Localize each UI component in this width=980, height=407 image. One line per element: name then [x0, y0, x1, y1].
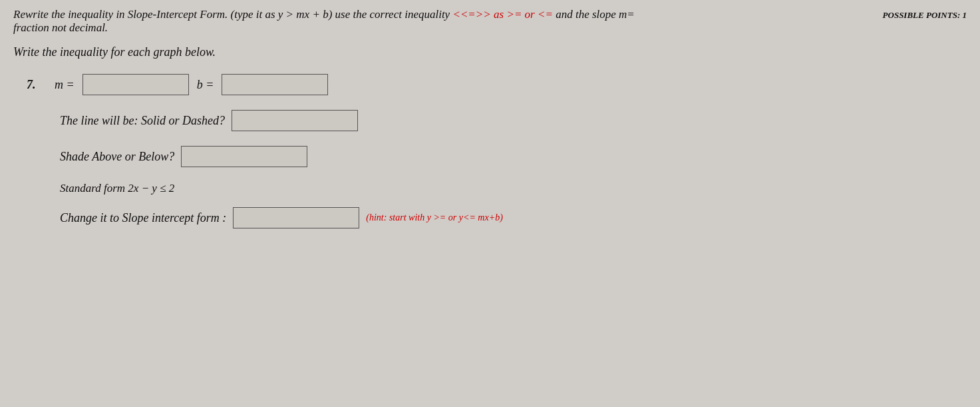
- write-instruction: Write the inequality for each graph belo…: [13, 45, 967, 59]
- standard-form-label: Standard form: [60, 182, 128, 195]
- fraction-line: fraction not decimal.: [13, 21, 967, 35]
- hint-text: (hint: start with y >= or y<= mx+b): [366, 212, 503, 223]
- slope-intercept-row: Change it to Slope intercept form : (hin…: [27, 207, 967, 228]
- b-input-field[interactable]: [222, 75, 327, 95]
- as-text: as: [494, 8, 504, 21]
- solid-dashed-input-field[interactable]: [232, 111, 357, 131]
- header-row: Rewrite the inequality in Slope-Intercep…: [13, 8, 967, 21]
- solid-dashed-input[interactable]: [232, 110, 358, 131]
- solid-dashed-label: The line will be: Solid or Dashed?: [60, 114, 225, 128]
- instruction-text-1: Rewrite the inequality in Slope-Intercep…: [13, 8, 452, 21]
- solid-dashed-row: The line will be: Solid or Dashed?: [27, 110, 967, 131]
- shade-row: Shade Above or Below?: [27, 146, 967, 167]
- shade-label: Shade Above or Below?: [60, 150, 174, 164]
- page-container: Rewrite the inequality in Slope-Intercep…: [0, 0, 980, 407]
- standard-form-math: 2x − y ≤ 2: [128, 182, 174, 195]
- question-number: 7.: [27, 78, 47, 92]
- main-instruction: Rewrite the inequality in Slope-Intercep…: [13, 8, 870, 21]
- m-label: m =: [55, 78, 75, 92]
- slope-intercept-label: Change it to Slope intercept form :: [60, 211, 226, 225]
- slope-intercept-input[interactable]: [233, 207, 359, 228]
- m-input[interactable]: [82, 74, 189, 95]
- or-text: >= or <=: [506, 8, 553, 21]
- slope-intercept-input-field[interactable]: [234, 208, 359, 228]
- shade-input-field[interactable]: [182, 147, 307, 167]
- b-input[interactable]: [222, 74, 328, 95]
- question-7-row: 7. m = b =: [27, 74, 967, 95]
- possible-points: POSSIBLE POINTS: 1: [883, 10, 967, 21]
- question-section: 7. m = b = The line will be: Solid or Da…: [13, 74, 967, 228]
- b-label: b =: [197, 78, 214, 92]
- standard-form-row: Standard form 2x − y ≤ 2: [27, 182, 967, 195]
- inequality-symbols: <<=>>: [452, 8, 490, 21]
- m-input-field[interactable]: [83, 75, 188, 95]
- shade-input[interactable]: [181, 146, 307, 167]
- instruction-text-4: and the slope m=: [553, 8, 635, 21]
